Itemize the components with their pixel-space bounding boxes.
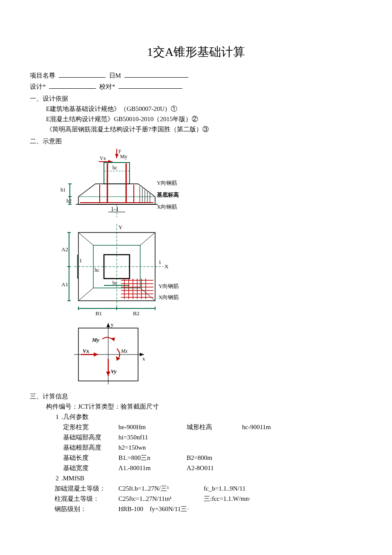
svg-text:Y: Y: [118, 224, 123, 230]
col-conc-val2: 三:fcc=1.1.W/mn·: [204, 494, 280, 504]
item-2-num: 2: [50, 473, 59, 483]
svg-text:Y向钢筋: Y向钢筋: [157, 180, 177, 186]
basis-2: E混凝土结构设计规范》GB50010-2010（2015年版）②: [46, 114, 362, 124]
basis-1: E建筑地基基础设计规他》（GB50007-20U）①: [46, 104, 362, 114]
h2-label: 基础根部高度: [63, 442, 118, 453]
svg-text:1: 1: [79, 257, 82, 264]
b2-val: B2=800m: [187, 453, 242, 463]
svg-line-42: [78, 232, 93, 245]
geom-row-4: 基础长度 B1.=800三n B2=800m: [63, 453, 362, 463]
date-blank: [124, 71, 188, 78]
geom-row-5: 基础宽度 Λ1.-80011m Λ2-8O011: [63, 463, 362, 473]
h1-label: 基础端部高度: [63, 432, 118, 442]
svg-line-45: [140, 288, 155, 301]
svg-text:X向钢筋: X向钢筋: [159, 294, 179, 300]
h1-val: hi=350nf11: [118, 432, 187, 442]
a2-val: Λ2-8O011: [187, 463, 242, 473]
svg-text:B1: B1: [95, 310, 102, 317]
a1-val: Λ1.-80011m: [118, 463, 187, 473]
designer-line: 设计* 校对*: [30, 81, 362, 92]
svg-text:Mx: Mx: [121, 348, 128, 354]
item-1-num: 1: [50, 412, 59, 422]
design-label: 设计*: [30, 83, 46, 90]
svg-text:h2: h2: [66, 198, 72, 204]
svg-text:x: x: [142, 355, 145, 362]
svg-text:1: 1: [159, 259, 161, 265]
found-conc-val2: fc_b=1.1..9N/11: [204, 483, 280, 494]
basis-3: 《简明高层钢筋混凝土结构设计手册?李国胜（第二版）③: [46, 124, 362, 134]
svg-text:Y向钢筋: Y向钢筋: [159, 283, 179, 289]
svg-text:基底标高: 基底标高: [156, 192, 179, 198]
svg-text:A1: A1: [61, 281, 68, 288]
svg-text:B2: B2: [133, 310, 139, 317]
mat-header: 2 .MMfSB: [50, 473, 362, 483]
svg-text:A2: A2: [61, 246, 68, 253]
mat-row-1: 加础混凝土等级： C25ft.b=1..27N/三¹ fc_b=1.1..9N/…: [55, 483, 362, 494]
b1-val: B1.=800三n: [118, 453, 187, 463]
section-1-head: 一、设计依据: [30, 93, 362, 104]
svg-text:Vx: Vx: [100, 155, 106, 161]
h2-val: h2=150wn: [118, 442, 187, 453]
col-conc-val1: C25ftc=1..27N/11tn¹: [118, 494, 204, 504]
svg-text:My: My: [92, 337, 100, 343]
section-2-head: 二、示意图: [30, 136, 362, 146]
svg-text:1-1: 1-1: [111, 206, 119, 212]
svg-marker-90: [94, 352, 98, 357]
svg-marker-10: [78, 184, 155, 204]
svg-marker-85: [111, 337, 115, 341]
col-conc-label: 柱混凝土等级：: [55, 494, 118, 504]
rebar-label: 钢筋级别：: [55, 504, 118, 514]
item-2-label: .MMfSB: [61, 473, 84, 483]
length-label: 基础长度: [63, 453, 118, 463]
date-label: 日M: [109, 72, 121, 79]
svg-text:bc: bc: [112, 280, 117, 286]
col-width-label: 定形柱宽: [63, 422, 118, 432]
svg-text:Vx: Vx: [83, 348, 89, 354]
svg-line-44: [78, 288, 93, 301]
project-blank: [59, 71, 106, 78]
diagram-forces: y x My Mx Vx Vy: [66, 320, 362, 389]
found-conc-val1: C25ft.b=1..27N/三¹: [118, 483, 204, 494]
geom-row-2: 基础端部高度 hi=350nf11: [63, 432, 362, 442]
svg-line-43: [140, 232, 155, 245]
svg-text:h1: h1: [61, 187, 66, 193]
width-label: 基础宽度: [63, 463, 118, 473]
geom-row-1: 定形柱宽 be-900Hm 城形柱高 hc-90011m: [63, 422, 362, 432]
diagram-section-1-1: F My Vx bc Y向钢筋 基底标高 X向钢筋 h1 h2 1-1: [53, 149, 362, 221]
svg-marker-93: [106, 372, 110, 376]
mat-row-2: 柱混凝土等级： C25ftc=1..27N/11tn¹ 三:fcc=1.1.W/…: [55, 494, 362, 504]
item-1-label: .几何参数: [61, 412, 89, 422]
svg-text:X向钢筋: X向钢筋: [157, 203, 177, 210]
svg-text:X: X: [164, 263, 169, 270]
svg-text:y: y: [111, 321, 114, 328]
rebar-val: HRB-100 fy=360N/11三·: [118, 504, 204, 514]
svg-text:My: My: [120, 154, 127, 160]
found-conc-label: 加础混凝土等级：: [55, 483, 118, 494]
design-blank: [49, 82, 96, 89]
component-line: 构件编号：JCT计算类型：验算截面尺寸: [46, 401, 362, 412]
check-label: 校对*: [99, 83, 115, 90]
geom-row-3: 基础根部高度 h2=150wn: [63, 442, 362, 453]
svg-marker-80: [107, 323, 110, 327]
diagram-plan: Y X Y向钢筋 X向钢筋 A2 A1 1 B1 B2 hc: [53, 224, 362, 318]
project-line: 项目名尊 日M: [30, 70, 362, 81]
check-blank: [118, 82, 182, 89]
mat-row-3: 钢筋级别： HRB-100 fy=360N/11三·: [55, 504, 362, 514]
svg-marker-1: [115, 154, 118, 158]
geom-header: 1 .几何参数: [50, 412, 362, 422]
svg-text:hc: hc: [95, 267, 99, 273]
col-width-val: be-900Hm: [118, 422, 187, 432]
svg-text:Vy: Vy: [111, 368, 117, 375]
doc-title: 1交A锥形基础计算: [30, 43, 362, 62]
project-label: 项目名尊: [30, 72, 55, 79]
section-3-head: 三、计算信息: [30, 391, 362, 401]
svg-text:bc: bc: [112, 165, 117, 171]
col-height-label: 城形柱高: [187, 422, 242, 432]
col-height-val: hc-90011m: [242, 422, 302, 432]
